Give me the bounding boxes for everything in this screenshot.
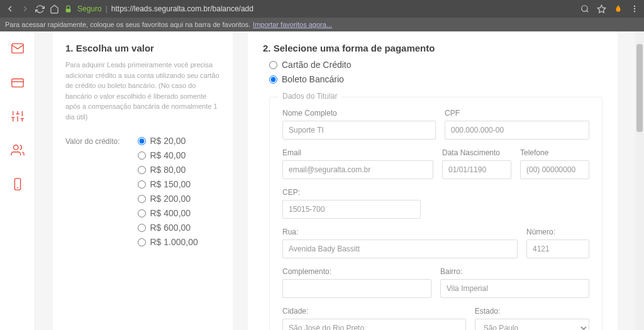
svg-point-5 — [634, 8, 635, 9]
label-nascimento: Data Nascimento — [442, 148, 511, 157]
sidebar — [0, 31, 35, 330]
label-rua: Rua: — [282, 228, 518, 236]
value-radio[interactable] — [138, 238, 146, 246]
value-radio[interactable] — [138, 137, 146, 145]
svg-point-18 — [13, 145, 18, 150]
import-bookmarks-link[interactable]: Importar favoritos agora... — [253, 21, 332, 28]
credit-value-options: R$ 20,00 R$ 40,00 R$ 80,00 R$ 150,00 R$ … — [138, 136, 198, 247]
label-estado: Estado: — [475, 307, 589, 316]
value-radio[interactable] — [138, 166, 146, 174]
input-complemento[interactable] — [282, 279, 431, 298]
payment-option-boleto[interactable]: Boleto Bancário — [269, 74, 602, 84]
input-cpf[interactable] — [445, 121, 589, 140]
label-cpf: CPF — [445, 109, 589, 118]
label-complemento: Complemento: — [282, 267, 431, 276]
payment-option-cc[interactable]: Cartão de Crédito — [269, 60, 602, 70]
reload-icon[interactable] — [35, 4, 45, 14]
input-nascimento[interactable] — [442, 160, 511, 179]
value-radio[interactable] — [138, 180, 146, 189]
input-cep[interactable] — [282, 200, 421, 219]
back-icon[interactable] — [5, 4, 15, 14]
fieldset-legend: Dados do Titular — [279, 92, 341, 101]
svg-rect-7 — [11, 79, 23, 87]
value-radio[interactable] — [138, 209, 146, 217]
value-option[interactable]: R$ 600,00 — [138, 223, 198, 233]
payment-radio-cc[interactable] — [269, 61, 277, 69]
svg-rect-19 — [14, 179, 20, 190]
value-option[interactable]: R$ 150,00 — [138, 179, 198, 189]
choose-value-title: 1. Escolha um valor — [65, 43, 220, 53]
sidebar-sliders-icon[interactable] — [0, 107, 35, 126]
scrollbar[interactable] — [635, 31, 644, 330]
home-icon[interactable] — [50, 4, 59, 14]
secure-label: Seguro — [77, 4, 102, 13]
url-text: https://leads.seguralta.com.br/balance/a… — [111, 4, 253, 13]
choose-value-panel: 1. Escolha um valor Para adquirir Leads … — [53, 31, 233, 330]
input-cidade[interactable] — [282, 319, 466, 330]
value-option[interactable]: R$ 40,00 — [138, 150, 198, 160]
value-radio[interactable] — [138, 195, 146, 203]
bookmarks-bar: Para acessar rapidamente, coloque os seu… — [0, 18, 644, 31]
label-numero: Número: — [526, 228, 589, 236]
label-email: Email — [282, 148, 433, 157]
value-option[interactable]: R$ 200,00 — [138, 194, 198, 204]
input-nome[interactable] — [282, 121, 436, 140]
svg-point-6 — [634, 11, 635, 12]
main-content: 1. Escolha um valor Para adquirir Leads … — [35, 31, 635, 330]
sidebar-wallet-icon[interactable] — [0, 73, 35, 92]
choose-value-help: Para adquirir Leads primeiramente você p… — [65, 60, 220, 122]
input-bairro[interactable] — [440, 279, 589, 298]
holder-data-fieldset: Dados do Titular Nome Completo CPF Email — [269, 97, 602, 330]
value-option[interactable]: R$ 400,00 — [138, 208, 198, 218]
svg-marker-3 — [597, 5, 606, 13]
value-option[interactable]: R$ 1.000,00 — [138, 237, 198, 247]
browser-toolbar: Seguro | https://leads.seguralta.com.br/… — [0, 0, 644, 18]
bookmark-hint: Para acessar rapidamente, coloque os seu… — [5, 21, 250, 28]
search-icon[interactable] — [580, 4, 589, 13]
svg-rect-0 — [66, 8, 71, 11]
svg-point-4 — [634, 6, 635, 7]
lock-icon[interactable] — [64, 5, 72, 13]
select-estado[interactable]: São Paulo — [475, 319, 589, 330]
payment-panel: 2. Selecione uma forma de pagamento Cart… — [248, 31, 618, 330]
input-numero[interactable] — [526, 239, 589, 258]
sidebar-mail-icon[interactable] — [0, 39, 35, 58]
label-cep: CEP: — [282, 188, 421, 197]
input-email[interactable] — [282, 160, 433, 179]
payment-title: 2. Selecione uma forma de pagamento — [263, 43, 602, 53]
value-radio[interactable] — [138, 224, 146, 232]
svg-point-1 — [582, 6, 587, 11]
label-cidade: Cidade: — [282, 307, 466, 316]
label-bairro: Bairro: — [440, 267, 589, 276]
label-telefone: Telefone — [520, 148, 589, 157]
extension-icon[interactable] — [614, 4, 623, 13]
star-icon[interactable] — [597, 4, 606, 14]
label-nome: Nome Completo — [282, 109, 436, 118]
payment-radio-boleto[interactable] — [269, 75, 277, 84]
value-radio[interactable] — [138, 151, 146, 160]
forward-icon[interactable] — [20, 4, 30, 14]
sidebar-mobile-icon[interactable] — [0, 175, 35, 194]
input-telefone[interactable] — [520, 160, 589, 179]
value-option[interactable]: R$ 80,00 — [138, 165, 198, 175]
credit-value-label: Valor do crédito: — [65, 136, 120, 247]
scrollbar-thumb[interactable] — [636, 44, 643, 132]
sidebar-users-icon[interactable] — [0, 141, 35, 160]
menu-icon[interactable] — [630, 4, 639, 13]
address-bar[interactable]: Seguro | https://leads.seguralta.com.br/… — [77, 4, 575, 13]
svg-line-2 — [587, 11, 589, 13]
input-rua[interactable] — [282, 239, 518, 258]
value-option[interactable]: R$ 20,00 — [138, 136, 198, 146]
